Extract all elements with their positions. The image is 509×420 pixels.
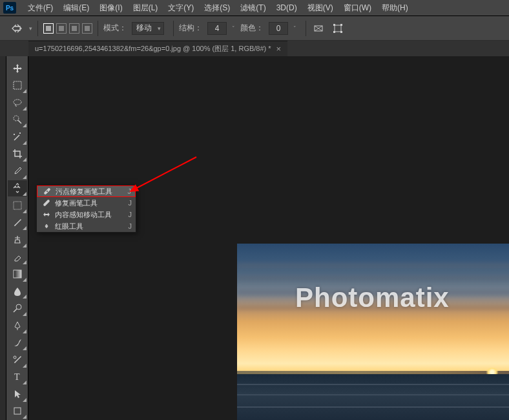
flyout-item-key: J [128,187,132,195]
bandage-icon [41,198,52,207]
watermark-text: Photomatix [295,282,450,313]
flyout-item-label: 内容感知移动工具 [52,210,129,220]
menu-view[interactable]: 视图(V) [302,0,338,16]
flyout-item-key: J [129,199,132,207]
menu-3d[interactable]: 3D(D) [271,1,302,15]
flyout-healing-brush[interactable]: 修复画笔工具 J [37,197,136,209]
menu-layer[interactable]: 图层(L) [128,0,163,16]
svg-point-12 [14,356,16,359]
flyout-content-aware-move[interactable]: 内容感知移动工具 J [37,209,136,220]
panel-edge [0,56,6,420]
brush-tool[interactable] [8,215,27,231]
menu-window[interactable]: 窗口(W) [338,0,377,16]
mode-dropdown[interactable]: 移动 [132,22,164,35]
document-tab-bar: u=1750216696,2543461382&fm=26&gp=0.jpg @… [0,41,509,56]
tool-bar: T [6,56,28,420]
color-input[interactable]: 0 [269,22,288,35]
app-logo: Ps [3,2,16,14]
color-label: 颜色： [240,23,264,34]
canvas[interactable]: Photomatix [28,56,509,420]
marquee-tool[interactable] [8,78,27,94]
type-tool[interactable]: T [8,369,27,386]
svg-point-18 [46,226,48,227]
tool-preset-icon[interactable] [10,21,24,36]
move-patch-icon [41,210,52,219]
flyout-item-label: 污点修复画笔工具 [53,187,128,196]
svg-point-7 [14,100,21,105]
canvas-image: Photomatix [237,244,509,420]
document-tab[interactable]: u=1750216696,2543461382&fm=26&gp=0.jpg @… [28,41,287,56]
flyout-item-label: 修复画笔工具 [52,198,129,208]
svg-point-11 [16,304,21,310]
clone-stamp-tool[interactable] [8,231,27,248]
flyout-item-label: 红眼工具 [52,222,129,231]
gradient-tool[interactable] [8,266,27,282]
svg-rect-3 [340,24,342,26]
flyout-spot-healing-brush[interactable]: 污点修复画笔工具 J [37,185,136,197]
move-tool[interactable] [8,60,27,77]
svg-rect-4 [333,31,335,33]
struct-label: 结构： [179,23,202,34]
svg-rect-6 [14,81,21,89]
flyout-item-key: J [129,222,132,230]
svg-point-8 [14,116,19,121]
svg-text:T: T [14,372,20,382]
redeye-icon [41,222,52,231]
struct-input[interactable]: 4 [207,22,227,35]
svg-rect-2 [333,24,335,26]
svg-rect-9 [14,202,21,209]
svg-rect-14 [14,408,21,414]
flyout-item-key: J [129,211,132,218]
bandage-icon [41,187,53,196]
close-icon[interactable]: × [276,44,282,54]
menu-help[interactable]: 帮助(H) [377,0,413,16]
eyedropper-tool[interactable] [8,163,27,180]
svg-rect-1 [335,25,341,32]
transform-icon[interactable] [331,21,345,36]
pen-tool[interactable] [8,317,27,334]
sample-icon[interactable] [311,21,326,36]
svg-rect-17 [43,199,50,206]
path-select-tool[interactable] [8,386,27,403]
crop-tool[interactable] [8,146,27,163]
flyout-red-eye[interactable]: 红眼工具 J [37,220,136,232]
document-tab-label: u=1750216696,2543461382&fm=26&gp=0.jpg @… [35,44,271,54]
svg-rect-10 [14,270,21,278]
lasso-tool[interactable] [8,94,27,111]
menu-bar: Ps 文件(F) 编辑(E) 图像(I) 图层(L) 文字(Y) 选择(S) 滤… [0,0,509,16]
svg-point-16 [47,191,48,192]
content-aware-move-tool[interactable] [8,180,27,197]
eraser-tool[interactable] [8,249,27,266]
history-brush-tool[interactable] [8,352,27,368]
menu-file[interactable]: 文件(F) [23,0,58,16]
source-thumbs[interactable] [43,23,92,34]
smudge-tool[interactable] [8,335,27,352]
tool-flyout-menu: 污点修复画笔工具 J 修复画笔工具 J 内容感知移动工具 J 红眼工具 J [36,185,136,233]
mode-label: 模式： [103,23,127,34]
svg-rect-5 [340,31,342,33]
blur-tool[interactable] [8,283,27,300]
dodge-tool[interactable] [8,300,27,317]
shape-tool[interactable] [8,403,27,420]
menu-edit[interactable]: 编辑(E) [58,0,94,16]
menu-filter[interactable]: 滤镜(T) [235,0,271,16]
frame-tool[interactable] [8,197,27,214]
menu-image[interactable]: 图像(I) [94,0,127,16]
quick-select-tool[interactable] [8,112,27,129]
magic-wand-tool[interactable] [8,129,27,145]
options-bar: ▾ 模式： 移动 结构： 4 ˅ 颜色： 0 ˅ [0,16,509,41]
menu-select[interactable]: 选择(S) [199,0,235,16]
menu-type[interactable]: 文字(Y) [163,0,199,16]
